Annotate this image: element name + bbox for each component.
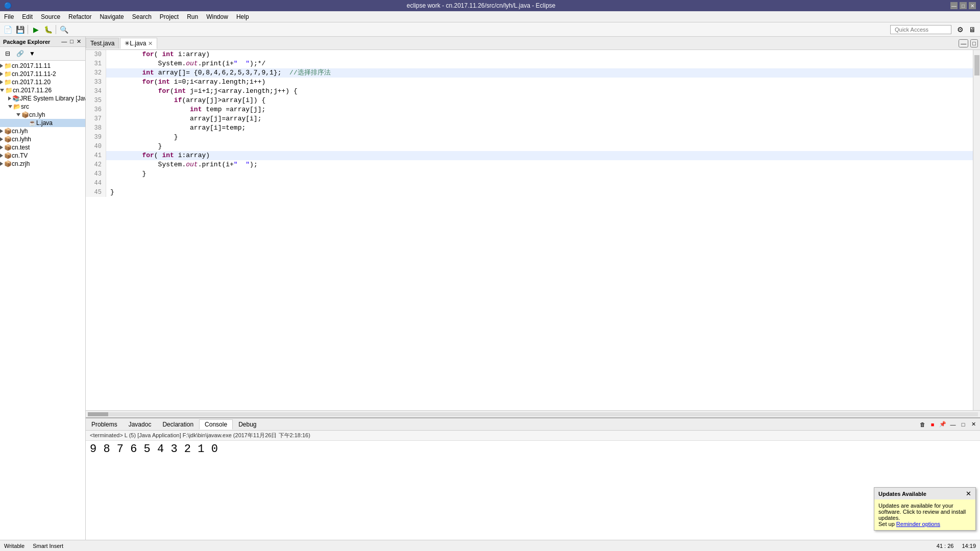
editor-vscrollbar[interactable]	[973, 50, 980, 410]
editor-hscrollbar[interactable]	[86, 410, 980, 417]
editor-area: Test.java ✳L.java ✕ — □ 30 fo	[86, 37, 980, 417]
package-icon: 📦	[4, 152, 12, 159]
tree-item-src[interactable]: 📂 src	[0, 103, 85, 111]
library-icon: 📚	[12, 95, 20, 102]
tab-declaration[interactable]: Declaration	[157, 419, 199, 430]
editor-column: Test.java ✳L.java ✕ — □ 30 fo	[86, 37, 980, 540]
maximize-button[interactable]: □	[960, 2, 967, 9]
tree-item-jre[interactable]: 📚 JRE System Library [Java...	[0, 94, 85, 103]
debug-button[interactable]: 🐛	[42, 24, 54, 35]
line-number: 45	[86, 188, 106, 197]
menubar-item-help[interactable]: Help	[232, 12, 253, 21]
tree-item-ljava[interactable]: ☕ L.java	[0, 119, 85, 127]
menubar-item-search[interactable]: Search	[128, 12, 156, 21]
search-button[interactable]: 🔍	[58, 24, 69, 35]
pe-maximize-btn[interactable]: □	[69, 38, 75, 45]
updates-close-btn[interactable]: ✕	[966, 490, 971, 497]
titlebar-controls: — □ ✕	[950, 2, 976, 9]
project-icon: 📁	[4, 62, 12, 69]
hscroll-thumb[interactable]	[88, 412, 108, 416]
menubar-item-file[interactable]: File	[0, 12, 18, 21]
bottom-toolbar: 🗑 ■ 📌 — □ ✕	[916, 419, 980, 430]
pe-menu[interactable]: ▼	[27, 48, 38, 59]
line-number: 30	[86, 50, 106, 59]
titlebar-title: eclipse work - cn.2017.11.26/src/cn/lyh/…	[12, 2, 950, 9]
vscroll-thumb[interactable]	[974, 55, 979, 76]
line-number: 39	[86, 133, 106, 142]
save-button[interactable]: 💾	[14, 24, 26, 35]
tab-problems[interactable]: Problems	[86, 419, 123, 430]
close-button[interactable]: ✕	[969, 2, 976, 9]
tree-item-cntest[interactable]: 📦 cn.test	[0, 143, 85, 152]
tab-close-btn[interactable]: ✕	[148, 40, 153, 47]
pe-link-editor[interactable]: 🔗	[14, 48, 26, 59]
tree-item-cn2017-11-26[interactable]: 📁 cn.2017.11.26	[0, 86, 85, 94]
collapse-icon	[16, 113, 20, 116]
package-icon: 📦	[21, 111, 29, 118]
new-button[interactable]: 📄	[2, 24, 13, 35]
updates-reminder-link[interactable]: Reminder options	[896, 521, 940, 527]
line-content: array[i]=temp;	[106, 123, 246, 133]
pe-controls: — □ ✕	[60, 38, 82, 45]
line-content: int array[]= {0,8,4,6,2,5,3,7,9,1}; //选择…	[106, 68, 331, 78]
tab-testjava[interactable]: Test.java	[86, 38, 119, 48]
console-minimize-btn[interactable]: —	[948, 420, 958, 429]
tab-ljava[interactable]: ✳L.java ✕	[120, 38, 157, 49]
code-line-37: 37 array[j]=array[i];	[86, 114, 973, 123]
pe-collapse-all[interactable]: ⊟	[2, 48, 13, 59]
toolbar-view-menu[interactable]: ⚙	[954, 24, 966, 35]
code-line-38: 38 array[i]=temp;	[86, 123, 973, 133]
expand-icon	[0, 80, 3, 84]
editor-maximize-btn[interactable]: □	[970, 39, 978, 47]
menubar-item-refactor[interactable]: Refactor	[64, 12, 95, 21]
tree-item-cn2017-11-11[interactable]: 📁 cn.2017.11.11	[0, 62, 85, 70]
tree-item-cnlyh-pkg[interactable]: 📦 cn.lyh	[0, 111, 85, 119]
code-line-36: 36 int temp =array[j];	[86, 105, 973, 114]
menubar-item-navigate[interactable]: Navigate	[95, 12, 128, 21]
collapse-icon	[0, 89, 4, 92]
menubar-item-run[interactable]: Run	[183, 12, 202, 21]
tree-item-cnlyh[interactable]: 📦 cn.lyh	[0, 127, 85, 135]
editor-minimize-btn[interactable]: —	[959, 39, 968, 47]
menubar-item-project[interactable]: Project	[156, 12, 183, 21]
line-number: 32	[86, 68, 106, 78]
line-number: 36	[86, 105, 106, 114]
tree-item-cnzrjh[interactable]: 📦 cn.zrjh	[0, 160, 85, 168]
console-clear-btn[interactable]: 🗑	[918, 420, 927, 429]
code-line-40: 40 }	[86, 142, 973, 151]
editor-tabs: Test.java ✳L.java ✕ — □	[86, 37, 980, 50]
console-maximize-btn[interactable]: □	[959, 420, 968, 429]
expand-icon	[0, 154, 3, 158]
pe-tree: 📁 cn.2017.11.11 📁 cn.2017.11.11-2 📁 cn.2…	[0, 61, 85, 540]
menubar-item-window[interactable]: Window	[202, 12, 232, 21]
tab-javadoc[interactable]: Javadoc	[123, 419, 157, 430]
menubar-item-edit[interactable]: Edit	[18, 12, 37, 21]
tree-item-cntv[interactable]: 📦 cn.TV	[0, 152, 85, 160]
toolbar-open-perspective[interactable]: 🖥	[967, 24, 978, 35]
run-button[interactable]: ▶	[30, 24, 41, 35]
quick-access-input[interactable]	[890, 25, 951, 34]
console-close-btn[interactable]: ✕	[969, 420, 978, 429]
menubar-item-source[interactable]: Source	[37, 12, 64, 21]
tab-debug[interactable]: Debug	[233, 419, 262, 430]
code-line-31: 31 System.out.print(i+" ");*/	[86, 59, 973, 68]
updates-title: Updates Available	[878, 491, 926, 497]
line-content: array[j]=array[i];	[106, 114, 261, 123]
collapse-icon	[8, 105, 12, 108]
minimize-button[interactable]: —	[950, 2, 958, 9]
line-content: for( int i:array)	[106, 50, 210, 59]
console-pin-btn[interactable]: 📌	[938, 420, 947, 429]
package-icon: 📦	[4, 144, 12, 151]
tree-item-cnlyhh[interactable]: 📦 cn.lyhh	[0, 135, 85, 143]
tree-item-cn2017-11-20[interactable]: 📁 cn.2017.11.20	[0, 78, 85, 86]
tree-item-cn2017-11-11-2[interactable]: 📁 cn.2017.11.11-2	[0, 70, 85, 78]
code-line-44: 44	[86, 179, 973, 188]
line-content	[106, 179, 114, 188]
titlebar-icon: 🔵	[4, 2, 12, 9]
line-content: int temp =array[j];	[106, 105, 265, 114]
pe-minimize-btn[interactable]: —	[60, 38, 68, 45]
console-stop-btn[interactable]: ■	[928, 420, 937, 429]
pe-close-btn[interactable]: ✕	[76, 38, 82, 45]
tab-console[interactable]: Console	[199, 419, 233, 430]
code-editor[interactable]: 30 for( int i:array) 31 System.out.print…	[86, 50, 973, 410]
